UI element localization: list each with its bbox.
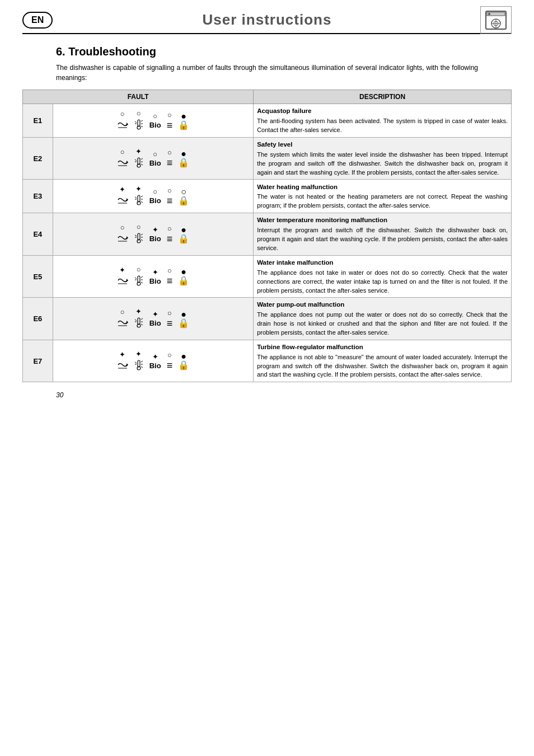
table-row: E7 ✦ ✦ — [23, 340, 512, 382]
error-code: E5 — [23, 255, 53, 297]
svg-rect-54 — [138, 318, 140, 325]
svg-marker-16 — [127, 161, 128, 164]
desc-title: Safety level — [257, 140, 508, 149]
table-row: E3 ✦ ✦ — [23, 180, 512, 213]
svg-line-33 — [141, 201, 143, 203]
fault-icons: ✦ ✦ — [53, 180, 253, 213]
error-code: E7 — [23, 340, 53, 382]
desc-header: DESCRIPTION — [254, 90, 512, 104]
fault-description: Water heating malfunctionThe water is no… — [254, 180, 512, 213]
svg-line-51 — [141, 282, 143, 283]
fault-icons: ○ ○ — [53, 104, 253, 138]
svg-rect-9 — [138, 120, 140, 126]
fault-description: Water temperature monitoring malfunction… — [254, 213, 512, 255]
svg-marker-34 — [127, 236, 128, 240]
desc-title: Turbine flow-regulator malfunction — [257, 342, 508, 352]
svg-marker-52 — [127, 321, 128, 324]
svg-line-65 — [135, 362, 137, 363]
svg-rect-18 — [138, 158, 140, 165]
header: EN User instructions — [22, 11, 512, 34]
error-code: E3 — [23, 180, 53, 213]
svg-marker-43 — [127, 279, 128, 282]
svg-line-31 — [141, 196, 143, 197]
svg-line-67 — [141, 361, 143, 362]
error-code: E2 — [23, 138, 53, 180]
svg-point-6 — [488, 13, 490, 15]
fault-description: Turbine flow-regulator malfunctionThe ap… — [254, 340, 512, 382]
svg-line-47 — [135, 278, 137, 279]
fault-description: Water intake malfunctionThe appliance do… — [254, 255, 512, 297]
svg-line-69 — [141, 367, 143, 368]
error-code: E1 — [23, 104, 53, 138]
desc-title: Water heating malfunction — [257, 182, 508, 192]
svg-line-58 — [141, 318, 143, 320]
fault-description: Acquastop failureThe anti-flooding syste… — [254, 104, 512, 138]
table-row: E5 ✦ ○ — [23, 255, 512, 297]
fault-icons: ○ ✦ — [53, 138, 253, 180]
svg-line-24 — [141, 164, 143, 165]
svg-line-13 — [141, 120, 143, 121]
appliance-icon — [480, 6, 512, 34]
svg-rect-27 — [138, 195, 140, 202]
svg-line-38 — [135, 235, 137, 236]
svg-line-60 — [141, 324, 143, 325]
table-row: E2 ○ ✦ — [23, 138, 512, 180]
desc-title: Water intake malfunction — [257, 258, 508, 267]
svg-line-40 — [141, 234, 143, 235]
desc-body: Interrupt the program and switch off the… — [257, 226, 508, 253]
desc-title: Water pump-out malfunction — [257, 300, 508, 309]
svg-rect-63 — [138, 360, 140, 367]
section-intro: The dishwasher is capable of signalling … — [56, 63, 478, 83]
desc-body: The anti-flooding system has been activa… — [257, 117, 508, 135]
fault-table: FAULT DESCRIPTION E1 ○ ○ — [22, 90, 512, 382]
fault-icons: ✦ ○ — [53, 255, 253, 297]
desc-body: The system which limits the water level … — [257, 151, 508, 177]
fault-icons: ✦ ✦ — [53, 340, 253, 382]
desc-body: The water is not heated or the heating p… — [257, 192, 508, 210]
fault-icons: ○ ○ — [53, 213, 253, 255]
fault-description: Water pump-out malfunctionThe appliance … — [254, 298, 512, 340]
desc-title: Water temperature monitoring malfunction — [257, 215, 508, 225]
svg-line-49 — [141, 276, 143, 278]
table-row: E6 ○ ✦ — [23, 298, 512, 340]
error-code: E4 — [23, 213, 53, 255]
fault-icons: ○ ✦ — [53, 298, 253, 340]
section-title: 6. Troubleshooting — [56, 45, 512, 58]
page-title: User instructions — [203, 11, 332, 29]
svg-line-20 — [135, 159, 137, 161]
page: EN User instructions 6. Troubleshooting … — [0, 0, 534, 421]
fault-header: FAULT — [23, 90, 254, 104]
svg-rect-45 — [138, 276, 140, 283]
svg-rect-36 — [138, 233, 140, 240]
svg-line-56 — [135, 320, 137, 321]
language-badge: EN — [22, 12, 53, 29]
desc-body: The appliance is not able to "measure" t… — [257, 353, 508, 380]
svg-line-22 — [141, 158, 143, 159]
svg-line-42 — [141, 240, 143, 241]
desc-body: The appliance does not pump out the wate… — [257, 311, 508, 337]
fault-description: Safety levelThe system which limits the … — [254, 138, 512, 180]
table-row: E4 ○ ○ — [23, 213, 512, 255]
svg-line-29 — [135, 197, 137, 198]
svg-line-11 — [135, 121, 137, 123]
table-row: E1 ○ ○ — [23, 104, 512, 138]
page-number: 30 — [56, 391, 512, 399]
desc-title: Acquastop failure — [257, 106, 508, 116]
desc-body: The appliance does not take in water or … — [257, 269, 508, 295]
svg-marker-25 — [127, 198, 128, 201]
svg-marker-61 — [127, 363, 128, 367]
error-code: E6 — [23, 298, 53, 340]
svg-line-15 — [141, 126, 143, 127]
svg-marker-7 — [127, 123, 128, 126]
